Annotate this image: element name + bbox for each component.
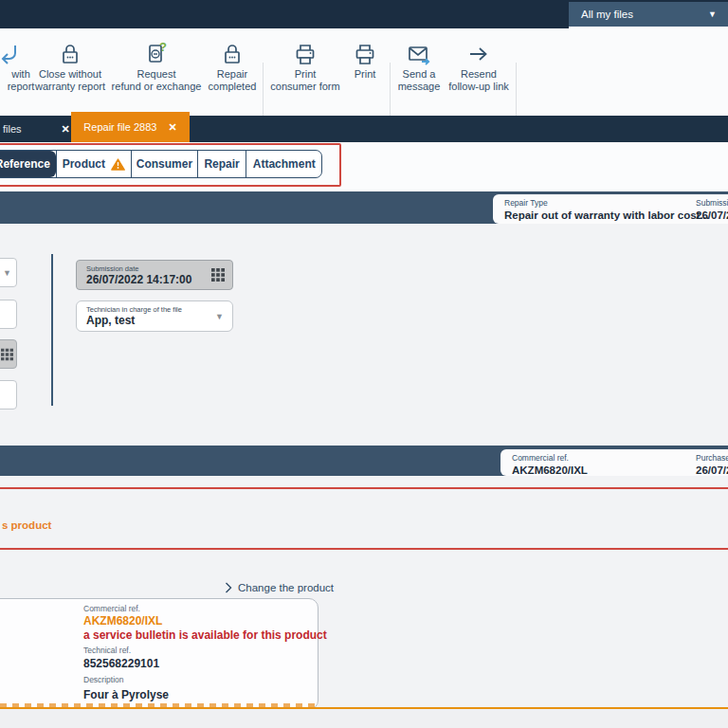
purchase-date-label: Purchase date	[696, 453, 728, 463]
button-label-line1: Repair	[217, 68, 247, 81]
field-label: Technician in charge of the file	[86, 305, 225, 314]
annotation-box-red	[0, 487, 728, 550]
calendar-grid-icon	[1, 348, 13, 360]
card-technical-ref-value: 852568229101	[83, 657, 159, 670]
chevron-right-icon	[225, 582, 232, 593]
button-label-line2: message	[398, 81, 441, 93]
button-label-line2: completed	[209, 81, 257, 93]
chevron-down-icon: ▼	[708, 9, 717, 19]
ribbon-toolbar: with report Close without warranty repor…	[0, 28, 728, 116]
service-bulletin-warning: a service bulletin is available for this…	[83, 628, 327, 642]
card-description-label: Description	[83, 675, 124, 684]
submission-date-field[interactable]: Submission date 26/07/2022 14:17:00	[76, 260, 233, 290]
tab-label: Repair file 2883	[83, 121, 156, 133]
send-message-icon	[406, 40, 432, 68]
refund-document-icon: ?	[143, 40, 170, 68]
commercial-ref-value: AKZM6820/IXL	[512, 464, 588, 476]
field-label: Submission date	[86, 264, 225, 273]
lock-icon	[220, 40, 245, 68]
repair-app-window: All my files ▼ with report Close without…	[0, 0, 728, 728]
button-label-line2: follow-up link	[448, 81, 509, 93]
repair-type-field: Repair Type Repair out of warranty with …	[504, 198, 709, 221]
card-commercial-ref-value: AKZM6820/IXL	[83, 614, 162, 628]
files-filter-select[interactable]: All my files ▼	[569, 2, 728, 28]
close-without-warranty-report-button[interactable]: Close without warranty report	[31, 36, 109, 116]
purchase-date-value: 26/07/2022	[696, 464, 728, 476]
clipped-text-field[interactable]	[0, 380, 17, 410]
calendar-grid-icon[interactable]	[211, 268, 225, 282]
printer-icon	[353, 40, 377, 68]
button-label-line1: Close without	[39, 68, 101, 81]
svg-text:?: ?	[159, 41, 167, 54]
clipped-orange-text: s product	[2, 519, 51, 531]
clipped-text-field[interactable]	[0, 300, 17, 329]
button-label-line1: Print	[295, 68, 317, 81]
clipped-date-field[interactable]	[0, 339, 17, 369]
link-label: Change the product	[238, 582, 334, 593]
button-label-line2: warranty report	[35, 81, 105, 93]
repair-header-panel: Repair Type Repair out of warranty with …	[493, 194, 728, 224]
field-value: 26/07/2022 14:17:00	[86, 273, 225, 287]
close-icon[interactable]: ✕	[62, 123, 70, 136]
commercial-ref-label: Commercial ref.	[512, 453, 588, 463]
button-label-line1: Print	[355, 68, 376, 81]
product-header-band: Commercial ref. AKZM6820/IXL Purchase da…	[0, 446, 728, 476]
send-a-message-button[interactable]: Send a message	[397, 36, 441, 116]
repair-header-band: Repair Type Repair out of warranty with …	[0, 191, 728, 224]
button-label-line1: Send a	[403, 68, 436, 81]
clipped-dropdown-field[interactable]: ▼	[0, 258, 17, 287]
tab-label: files	[3, 123, 22, 135]
button-label-line1: Request	[137, 68, 176, 81]
card-technical-ref-label: Technical ref.	[83, 646, 131, 655]
button-label-line2: refund or exchange	[112, 81, 202, 93]
purchase-date-field: Purchase date 26/07/2022	[696, 453, 728, 476]
print-consumer-form-button[interactable]: Print consumer form	[272, 36, 338, 116]
card-description-value: Four à Pyrolyse	[83, 688, 169, 701]
technician-select-field[interactable]: Technician in charge of the file App, te…	[76, 300, 233, 332]
resend-follow-up-link-button[interactable]: Resend follow-up link	[444, 36, 514, 116]
repair-type-value: Repair out of warranty with labor cost..…	[504, 209, 709, 221]
submission-label: Submission date	[696, 198, 728, 208]
submission-value: 26/07/2022	[696, 209, 728, 221]
print-button[interactable]: Print	[344, 36, 386, 116]
arrow-right-icon	[466, 40, 491, 68]
chevron-down-icon: ▼	[3, 268, 11, 278]
form-divider-line	[51, 254, 53, 406]
tab-files[interactable]: files ✕	[0, 116, 70, 142]
files-filter-value: All my files	[581, 9, 633, 20]
annotation-box-red	[0, 143, 341, 187]
card-commercial-ref-label: Commercial ref.	[83, 604, 140, 613]
repair-type-label: Repair Type	[504, 198, 709, 208]
field-value: App, test	[86, 314, 225, 328]
submission-field: Submission date 26/07/2022	[696, 198, 728, 221]
request-refund-or-exchange-button[interactable]: ? Request refund or exchange	[112, 36, 201, 116]
bottom-strip	[0, 709, 728, 728]
repair-completed-button[interactable]: Repair completed	[202, 36, 263, 116]
lock-icon	[58, 40, 82, 68]
chevron-down-icon: ▼	[215, 312, 224, 321]
button-label-line2: consumer form	[270, 81, 339, 93]
printer-icon	[293, 40, 318, 68]
commercial-ref-field: Commercial ref. AKZM6820/IXL	[512, 453, 588, 476]
button-label-line1: Resend	[461, 68, 497, 81]
close-icon[interactable]: ✕	[168, 121, 176, 134]
button-label-line1: with	[11, 68, 30, 81]
tab-repair-file-2883[interactable]: Repair file 2883 ✕	[71, 112, 190, 142]
product-header-panel: Commercial ref. AKZM6820/IXL Purchase da…	[500, 449, 728, 476]
change-the-product-link[interactable]: Change the product	[225, 582, 334, 593]
